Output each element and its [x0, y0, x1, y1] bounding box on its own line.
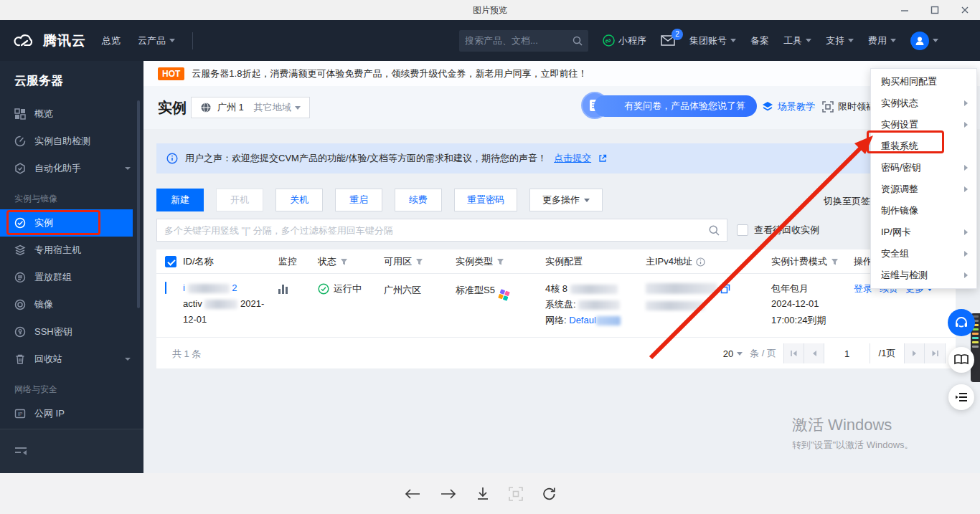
chevron-down-icon — [737, 352, 743, 356]
column-status[interactable]: 状态 — [318, 249, 348, 274]
recycle-instances-checkbox[interactable]: 查看待回收实例 — [737, 224, 819, 237]
page-size-select[interactable]: 20 — [723, 348, 743, 359]
column-billing[interactable]: 实例计费模式 — [771, 249, 839, 274]
customer-service-button[interactable] — [948, 309, 975, 336]
start-button[interactable]: 开机 — [216, 189, 263, 211]
windows-activation-watermark: 激活 Windows 转到"设置"以激活 Windows。 — [792, 414, 914, 452]
checkbox-unchecked-icon[interactable] — [737, 224, 748, 236]
placement-group-icon — [14, 272, 26, 283]
monitor-chart-icon[interactable] — [278, 284, 288, 294]
info-icon[interactable] — [696, 257, 705, 267]
menu-item-instance-status[interactable]: 实例状态 — [871, 92, 976, 114]
nav-billing[interactable]: 费用 — [868, 34, 896, 47]
fit-screen-icon[interactable] — [509, 487, 523, 501]
switch-tab-label[interactable]: 切换至页签 — [824, 195, 870, 208]
next-page-button[interactable] — [905, 343, 925, 363]
survey-banner[interactable]: 有奖问卷，产品体验您说了算 — [594, 95, 757, 117]
column-type[interactable]: 实例类型 — [456, 249, 504, 274]
page-number-input[interactable] — [824, 343, 870, 363]
filter-search-bar[interactable] — [156, 219, 727, 242]
select-all-checkbox[interactable] — [165, 256, 176, 267]
nav-search-input[interactable] — [465, 35, 568, 46]
menu-item-ops-detect[interactable]: 运维与检测 — [871, 265, 976, 286]
nav-messages[interactable]: 2 — [661, 35, 675, 46]
menu-item-buy-same-config[interactable]: 购买相同配置 — [871, 71, 976, 92]
filter-icon[interactable] — [415, 258, 423, 266]
sidebar-collapse-bar[interactable] — [0, 429, 143, 473]
previous-image-icon[interactable] — [404, 487, 421, 500]
avatar[interactable] — [910, 32, 929, 50]
scene-teaching-link[interactable]: 场景教学 — [762, 100, 815, 113]
menu-item-create-image[interactable]: 制作镜像 — [871, 200, 976, 222]
nav-icp[interactable]: 备案 — [750, 34, 769, 47]
table-row[interactable]: i 2 activ 2021- 12-01 运行中 广州六区 标准型S5 4核 … — [156, 274, 956, 337]
prev-page-button[interactable] — [804, 343, 824, 363]
nav-products[interactable]: 云产品 — [138, 20, 175, 61]
download-icon[interactable] — [476, 487, 490, 501]
promo-banner[interactable]: HOT 云服务器1.8折起，消费满额更可体验免费产品，领续费升级代金券，新老用户… — [143, 61, 980, 86]
reset-password-button[interactable]: 重置密码 — [454, 189, 517, 211]
menu-item-reinstall-system[interactable]: 重装系统 — [871, 135, 976, 157]
search-icon[interactable] — [573, 36, 583, 46]
tencent-cloud-logo[interactable]: 腾讯云 — [13, 20, 86, 61]
sidebar-item-recycle-bin[interactable]: 回收站 — [0, 346, 143, 373]
sidebar-item-assistant[interactable]: 自动化助手 — [0, 155, 143, 182]
filter-icon[interactable] — [340, 258, 348, 266]
column-id[interactable]: ID/名称 — [183, 249, 214, 274]
nav-search-box[interactable] — [459, 30, 588, 52]
instance-id[interactable]: i 2 — [183, 282, 237, 293]
nav-overview[interactable]: 总览 — [102, 20, 121, 61]
sidebar-item-placement-group[interactable]: 置放群组 — [0, 264, 143, 291]
renew-button[interactable]: 续费 — [395, 189, 442, 211]
minimize-icon[interactable] — [900, 5, 910, 15]
notice-submit-link[interactable]: 点击提交 — [554, 152, 591, 165]
nav-tools[interactable]: 工具 — [783, 34, 811, 47]
sidebar-item-overview[interactable]: 概览 — [0, 100, 143, 128]
menu-item-instance-settings[interactable]: 实例设置 — [871, 114, 976, 135]
feedback-button[interactable] — [948, 384, 974, 410]
region-other[interactable]: 其它地域 — [254, 101, 301, 114]
instance-table: ID/名称 监控 状态 可用区 实例类型 实例配置 主IPv4地址 实例计费模式… — [156, 249, 956, 368]
shutdown-button[interactable]: 关机 — [275, 189, 323, 211]
close-icon[interactable] — [960, 5, 970, 15]
create-button[interactable]: 新建 — [156, 189, 204, 211]
next-image-icon[interactable] — [440, 487, 457, 500]
sidebar-item-public-ip[interactable]: IP 公网 IP — [0, 400, 143, 427]
svg-text:IP: IP — [18, 411, 23, 417]
sidebar-item-dedicated-host[interactable]: 专用宿主机 — [0, 237, 143, 264]
nav-group-account[interactable]: 集团账号 — [689, 34, 736, 47]
sidebar-item-ssh-keys[interactable]: SSH密钥 — [0, 318, 143, 346]
search-icon[interactable] — [709, 225, 720, 236]
sidebar-item-self-check[interactable]: 实例自助检测 — [0, 128, 143, 155]
maximize-icon[interactable] — [930, 5, 940, 15]
instance-context-menu: 购买相同配置 实例状态 实例设置 重装系统 密码/密钥 资源调整 制作镜像 IP… — [870, 68, 977, 289]
copy-icon[interactable] — [720, 284, 730, 294]
ssh-key-icon — [14, 326, 26, 338]
nav-account[interactable] — [910, 32, 938, 50]
restart-button[interactable]: 重启 — [335, 189, 382, 211]
external-link-icon[interactable] — [598, 154, 607, 163]
filter-icon[interactable] — [831, 258, 839, 266]
filter-search-input[interactable] — [164, 225, 709, 236]
menu-item-ip-nic[interactable]: IP/网卡 — [871, 222, 976, 243]
filter-icon[interactable] — [496, 258, 504, 266]
redacted-ip2 — [646, 301, 705, 310]
row-checkbox[interactable] — [165, 282, 166, 294]
region-selector[interactable]: 广州 1 其它地域 — [191, 97, 310, 118]
first-page-button[interactable] — [784, 343, 804, 363]
menu-item-resource-adjust[interactable]: 资源调整 — [871, 179, 976, 200]
menu-item-security-group[interactable]: 安全组 — [871, 243, 976, 265]
sidebar-item-images[interactable]: 镜像 — [0, 291, 143, 318]
menu-item-password-key[interactable]: 密码/密钥 — [871, 157, 976, 179]
vpc-link[interactable]: Defaul — [569, 315, 596, 325]
limited-offer-link[interactable]: 限时领福 — [822, 100, 875, 113]
sidebar-scrollbar[interactable] — [137, 100, 140, 308]
nav-mini-program[interactable]: 小程序 — [603, 34, 646, 47]
nav-support[interactable]: 支持 — [826, 34, 854, 47]
column-zone[interactable]: 可用区 — [384, 249, 423, 274]
sidebar-item-instances[interactable]: 实例 — [0, 209, 133, 237]
rotate-icon[interactable] — [542, 487, 556, 501]
docs-button[interactable] — [948, 347, 974, 373]
more-actions-button[interactable]: 更多操作 — [529, 189, 603, 211]
last-page-button[interactable] — [925, 343, 945, 363]
